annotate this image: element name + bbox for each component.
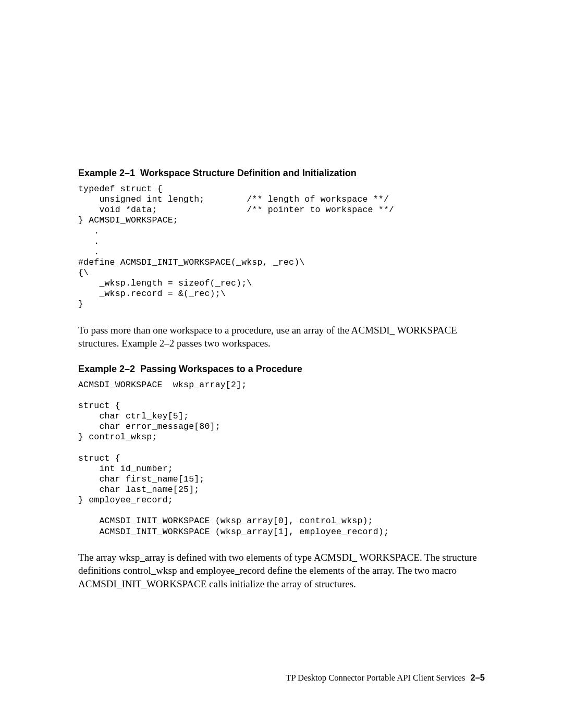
footer-page-number: 2–5	[470, 673, 485, 682]
example-2-1-title: Example 2–1Workspace Structure Definitio…	[78, 168, 485, 179]
example-number: Example 2–2	[78, 364, 135, 374]
example-number: Example 2–1	[78, 168, 135, 178]
page-content: Example 2–1Workspace Structure Definitio…	[0, 0, 563, 591]
example-2-2-title: Example 2–2Passing Workspaces to a Proce…	[78, 364, 485, 375]
footer-label: TP Desktop Connector Portable API Client…	[286, 673, 465, 683]
example-2-1-code: typedef struct { unsigned int length; /*…	[78, 184, 485, 310]
paragraph-1: To pass more than one workspace to a pro…	[78, 324, 485, 350]
example-title-text: Passing Workspaces to a Procedure	[140, 364, 302, 374]
example-title-text: Workspace Structure Definition and Initi…	[140, 168, 357, 178]
example-2-2-code: ACMSDI_WORKSPACE wksp_array[2]; struct {…	[78, 380, 485, 537]
paragraph-2: The array wksp_array is defined with two…	[78, 551, 485, 591]
page-footer: TP Desktop Connector Portable API Client…	[286, 673, 485, 683]
